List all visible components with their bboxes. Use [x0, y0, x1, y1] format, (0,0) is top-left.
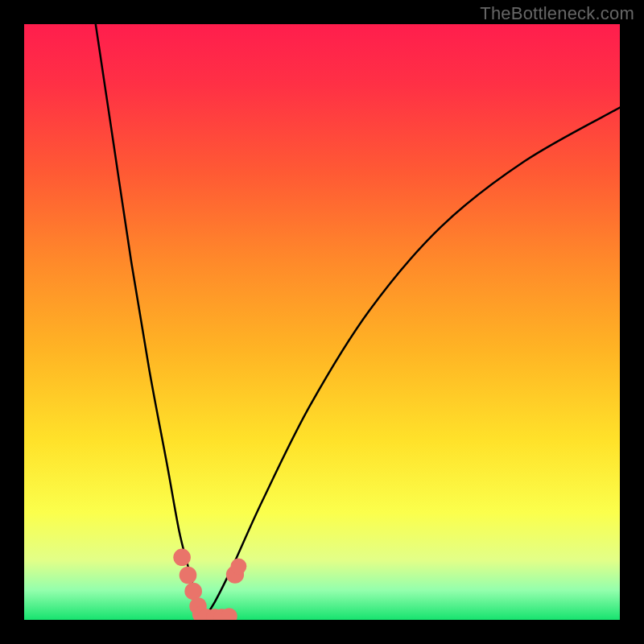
data-marker — [173, 549, 191, 567]
bottleneck-chart — [0, 0, 644, 644]
data-marker — [221, 608, 237, 624]
gradient-background — [24, 24, 620, 620]
data-marker — [231, 559, 247, 575]
data-marker — [180, 567, 197, 584]
data-marker — [184, 583, 202, 601]
watermark-text: TheBottleneck.com — [480, 3, 634, 24]
chart-stage: TheBottleneck.com — [0, 0, 644, 644]
